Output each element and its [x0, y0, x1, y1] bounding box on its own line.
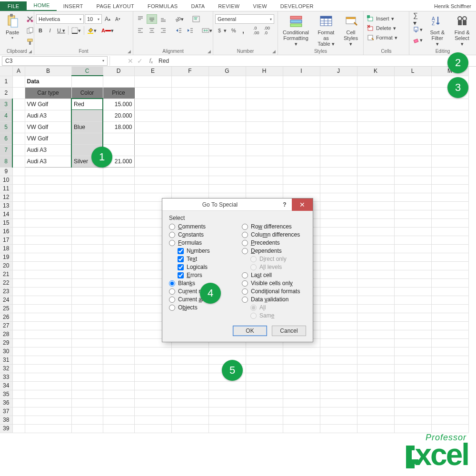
cell[interactable] — [71, 261, 103, 270]
goto-option-coldiff[interactable]: Column differences — [242, 231, 306, 238]
row-header[interactable]: 28 — [0, 330, 12, 338]
cell[interactable] — [103, 167, 134, 176]
cell[interactable] — [246, 76, 283, 87]
cell[interactable] — [25, 201, 71, 210]
cell[interactable] — [357, 364, 394, 373]
cell[interactable] — [431, 99, 468, 110]
cell[interactable] — [394, 287, 431, 296]
cell[interactable] — [103, 193, 134, 201]
dialog-close-button[interactable]: ✕ — [292, 198, 313, 211]
cell[interactable] — [71, 76, 103, 87]
goto-option-condfmt[interactable]: Conditional formats — [242, 288, 306, 295]
column-header[interactable]: L — [394, 67, 431, 76]
cell[interactable] — [25, 398, 71, 407]
cell[interactable] — [246, 416, 283, 424]
cell[interactable]: Price — [103, 87, 134, 99]
cell[interactable] — [283, 176, 320, 184]
format-as-table-button[interactable]: Format asTable ▾ — [314, 12, 338, 48]
cell[interactable] — [394, 407, 431, 416]
cell[interactable] — [12, 390, 25, 398]
cell[interactable] — [71, 373, 103, 381]
cell[interactable] — [320, 416, 357, 424]
cell[interactable] — [320, 313, 357, 321]
cell[interactable] — [25, 364, 71, 373]
cell[interactable] — [246, 364, 283, 373]
cell[interactable] — [134, 176, 171, 184]
clipboard-launcher[interactable]: ◢ — [29, 49, 32, 54]
row-header[interactable]: 27 — [0, 321, 12, 330]
column-header[interactable]: J — [320, 67, 357, 76]
cell[interactable] — [246, 356, 283, 364]
cell[interactable] — [12, 193, 25, 201]
cell[interactable] — [103, 296, 134, 304]
row-header[interactable]: 4 — [0, 110, 12, 121]
cell[interactable] — [71, 270, 103, 278]
cell[interactable] — [357, 210, 394, 218]
cell[interactable] — [12, 296, 25, 304]
cell[interactable] — [12, 87, 25, 99]
cell[interactable] — [357, 373, 394, 381]
cell[interactable] — [246, 381, 283, 390]
cell[interactable] — [320, 373, 357, 381]
cell[interactable] — [320, 356, 357, 364]
row-header[interactable]: 32 — [0, 364, 12, 373]
tab-insert[interactable]: INSERT — [57, 1, 90, 11]
cell[interactable] — [171, 87, 208, 99]
cell[interactable] — [103, 227, 134, 236]
accounting-button[interactable]: $▾ — [215, 26, 228, 35]
autosum-button[interactable]: ∑ ▾ — [411, 14, 425, 24]
cell[interactable] — [431, 253, 468, 261]
font-name-combo[interactable]: Helvetica▾ — [36, 14, 84, 24]
goto-option-constants[interactable]: Constants — [169, 231, 233, 238]
cell[interactable] — [12, 244, 25, 253]
cell[interactable] — [71, 347, 103, 356]
row-header[interactable]: 33 — [0, 373, 12, 381]
cell[interactable] — [134, 121, 171, 133]
cell[interactable] — [431, 218, 468, 227]
cell[interactable] — [134, 76, 171, 87]
cell[interactable] — [171, 407, 208, 416]
cell[interactable] — [320, 236, 357, 244]
fx-icon[interactable]: fx — [147, 57, 156, 64]
cell[interactable] — [103, 236, 134, 244]
cell[interactable] — [12, 184, 25, 193]
cell[interactable] — [320, 261, 357, 270]
cell[interactable]: Audi A3 — [25, 156, 71, 167]
cell[interactable] — [71, 416, 103, 424]
cell[interactable] — [431, 236, 468, 244]
cell[interactable] — [283, 364, 320, 373]
fill-button[interactable]: ▾ — [411, 25, 425, 34]
cell-styles-button[interactable]: CellStyles ▾ — [340, 12, 361, 48]
cell[interactable] — [246, 390, 283, 398]
cell[interactable] — [357, 347, 394, 356]
cell[interactable] — [431, 244, 468, 253]
cell[interactable] — [357, 99, 394, 110]
cell[interactable] — [12, 356, 25, 364]
cell[interactable] — [12, 201, 25, 210]
cell[interactable] — [394, 236, 431, 244]
row-header[interactable]: 34 — [0, 381, 12, 390]
cell[interactable] — [171, 347, 208, 356]
column-header[interactable]: D — [103, 67, 134, 76]
cell[interactable] — [320, 424, 357, 433]
cell[interactable] — [208, 99, 246, 110]
cell[interactable] — [357, 76, 394, 87]
cell[interactable] — [431, 347, 468, 356]
cell[interactable] — [320, 407, 357, 416]
cell[interactable] — [394, 227, 431, 236]
cell[interactable] — [103, 313, 134, 321]
cell[interactable] — [25, 253, 71, 261]
cell[interactable] — [357, 416, 394, 424]
italic-button[interactable]: I — [46, 26, 54, 35]
cell[interactable]: Audi A3 — [25, 144, 71, 156]
goto-option-blanks[interactable]: Blanks — [169, 280, 233, 287]
cell[interactable] — [208, 76, 246, 87]
cell[interactable] — [103, 330, 134, 338]
cell[interactable] — [394, 416, 431, 424]
clear-button[interactable]: ▾ — [411, 35, 425, 45]
cell[interactable] — [134, 156, 171, 167]
row-header[interactable]: 17 — [0, 236, 12, 244]
enter-formula-icon[interactable]: ✓ — [137, 57, 143, 65]
cell[interactable] — [431, 201, 468, 210]
cell[interactable] — [71, 287, 103, 296]
